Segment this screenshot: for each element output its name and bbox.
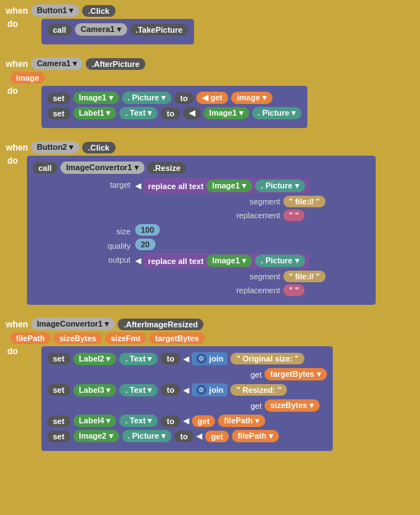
- output-replacement-row: replacement " ": [135, 284, 326, 296]
- keyword-do-1: do: [7, 19, 18, 29]
- to-pill-2-2: to: [161, 108, 179, 119]
- resized-string: " Resized: ": [230, 384, 287, 396]
- get-filepath-label: get: [192, 415, 216, 427]
- gear-icon-4-2: ⚙: [196, 385, 206, 395]
- segment-label-output: segment: [222, 272, 280, 281]
- size-label: size: [76, 225, 131, 236]
- set-row-4-4: set Image2 ▾ . Picture ▾ to ◀ get filePa…: [47, 430, 327, 442]
- segment-value-output: " file:// ": [283, 271, 326, 282]
- takepicture-pill[interactable]: .TakePicture: [130, 24, 189, 36]
- to-pill-4-1: to: [161, 353, 179, 364]
- text-pill-4-3[interactable]: . Text ▾: [119, 415, 158, 427]
- param-targetbytes[interactable]: targetBytes: [149, 332, 205, 344]
- quality-label: quality: [76, 239, 131, 250]
- event-click-3[interactable]: .Click: [82, 142, 115, 153]
- target-segment-row: segment " file:// ": [135, 196, 326, 207]
- imageconvertor1-pill[interactable]: ImageConvertor1 ▾: [60, 161, 145, 174]
- orig-size-string: " Original size: ": [230, 353, 304, 364]
- picture-pill-2-1[interactable]: . Picture ▾: [122, 92, 171, 104]
- replace-all-text-target: replace all text: [148, 182, 203, 191]
- get-image-pill[interactable]: image ▾: [231, 92, 272, 104]
- do-block-4: set Label2 ▾ . Text ▾ to ◀ ⚙ join " Orig…: [41, 346, 333, 451]
- param-quality-row: quality 20: [33, 239, 370, 250]
- keyword-do-4: do: [7, 346, 18, 356]
- set-label-4-3: set: [47, 415, 70, 427]
- sizebytes-get[interactable]: sizeBytes ▾: [264, 399, 320, 412]
- label2-pill[interactable]: Label2 ▾: [73, 353, 117, 365]
- replacement-value-output: " ": [283, 284, 305, 296]
- text-pill-4-2[interactable]: . Text ▾: [119, 384, 158, 396]
- filepath-get-4-4[interactable]: filePath ▾: [232, 430, 279, 442]
- replace-all-text-output: replace all text: [148, 257, 203, 266]
- camera1-pill[interactable]: Camera1 ▾: [75, 23, 127, 36]
- do-outer-3: do call ImageConvertor1 ▾ .Resize target…: [7, 156, 416, 305]
- output-picture[interactable]: . Picture ▾: [255, 255, 304, 267]
- event-click-1[interactable]: .Click: [82, 5, 115, 17]
- label1-pill[interactable]: Label1 ▾: [73, 107, 117, 119]
- image2-pill[interactable]: Image2 ▾: [73, 430, 119, 442]
- set-label-4-2: set: [47, 384, 70, 396]
- event-afterimageresized[interactable]: .AfterImageResized: [118, 319, 203, 330]
- call-label-3: call: [33, 162, 57, 174]
- replacement-label-target: replacement: [222, 211, 280, 220]
- call-header-3: call ImageConvertor1 ▾ .Resize: [33, 161, 370, 174]
- param-image-row: image: [10, 72, 416, 84]
- text-pill-2-2[interactable]: . Text ▾: [119, 107, 158, 119]
- set-label-2-2: set: [47, 108, 70, 119]
- param-sizebytes[interactable]: sizeBytes: [54, 332, 102, 344]
- do-outer-4: do set Label2 ▾ . Text ▾ to ◀ ⚙ join " O…: [7, 346, 416, 451]
- targetbytes-get[interactable]: targetBytes ▾: [264, 368, 327, 380]
- target-picture[interactable]: . Picture ▾: [255, 180, 304, 192]
- segment-label-target: segment: [222, 197, 280, 206]
- join-text-4-1: join: [209, 354, 224, 363]
- trigger-button1[interactable]: Button1 ▾: [31, 4, 80, 17]
- image1-pill-2-1[interactable]: Image1 ▾: [73, 92, 119, 104]
- connector-4-2: ◀: [183, 386, 189, 395]
- param-sizefmt[interactable]: sizeFmt: [105, 332, 147, 344]
- call-label-1: call: [47, 24, 72, 36]
- keyword-when-3: when: [6, 143, 28, 153]
- text-pill-4-1[interactable]: . Text ▾: [119, 353, 158, 365]
- to-pill-4-2: to: [161, 384, 179, 396]
- trigger-imageconvertor1[interactable]: ImageConvertor1 ▾: [31, 318, 116, 330]
- image1-pill-2-2[interactable]: Image1 ▾: [203, 107, 249, 119]
- when-row-4: when ImageConvertor1 ▾ .AfterImageResize…: [4, 318, 416, 330]
- size-value[interactable]: 100: [135, 224, 160, 236]
- param-size-row: size 100: [33, 224, 370, 236]
- replace-all-target: replace all text Image1 ▾ . Picture ▾: [144, 178, 310, 193]
- set-row-4-1b: get targetBytes ▾: [47, 368, 327, 380]
- target-content: ◀ replace all text Image1 ▾ . Picture ▾ …: [135, 178, 326, 221]
- section-afterimageresized: when ImageConvertor1 ▾ .AfterImageResize…: [4, 318, 416, 451]
- resize-pill[interactable]: .Resize: [148, 162, 187, 174]
- param-image[interactable]: image: [10, 72, 45, 84]
- picture-pill-2-2[interactable]: . Picture ▾: [252, 107, 302, 119]
- get-label-4-1: get: [251, 370, 262, 379]
- picture-pill-4-4[interactable]: . Picture ▾: [122, 430, 171, 442]
- connector-2-2: ◀: [183, 107, 201, 119]
- trigger-camera1[interactable]: Camera1 ▾: [31, 57, 84, 70]
- output-image1[interactable]: Image1 ▾: [206, 255, 252, 267]
- connector-4-1: ◀: [183, 354, 189, 364]
- trigger-button2[interactable]: Button2 ▾: [31, 141, 80, 153]
- to-pill-4-4: to: [174, 431, 193, 442]
- param-target-row: target ◀ replace all text Image1 ▾ . Pic…: [33, 178, 370, 221]
- event-afterpicture[interactable]: .AfterPicture: [86, 58, 145, 70]
- param-filepath[interactable]: filePath: [10, 332, 51, 344]
- target-image1[interactable]: Image1 ▾: [206, 180, 252, 192]
- do-block-2: set Image1 ▾ . Picture ▾ to ◀ get image …: [41, 86, 308, 128]
- label4-pill[interactable]: Label4 ▾: [73, 415, 117, 427]
- get-filepath-label-4-4: get: [205, 431, 229, 442]
- get-label-2-1: ◀ get: [196, 92, 228, 104]
- call-block-1: call Camera1 ▾ .TakePicture: [41, 19, 195, 44]
- output-replace-row: ◀ replace all text Image1 ▾ . Picture ▾: [135, 253, 326, 268]
- target-replacement-row: replacement " ": [135, 209, 326, 221]
- keyword-when-2: when: [6, 59, 28, 69]
- set-row-2-1: set Image1 ▾ . Picture ▾ to ◀ get image …: [47, 92, 302, 104]
- label3-pill[interactable]: Label3 ▾: [73, 384, 117, 396]
- filepath-get-4-3[interactable]: filePath ▾: [218, 415, 265, 427]
- resize-block: call ImageConvertor1 ▾ .Resize target ◀ …: [27, 156, 376, 305]
- set-row-4-2b: get sizeBytes ▾: [47, 399, 327, 412]
- param-output-row: output ◀ replace all text Image1 ▾ . Pic…: [33, 253, 370, 296]
- do-outer-2: do set Image1 ▾ . Picture ▾ to ◀ get ima…: [7, 86, 416, 128]
- quality-value[interactable]: 20: [135, 239, 156, 250]
